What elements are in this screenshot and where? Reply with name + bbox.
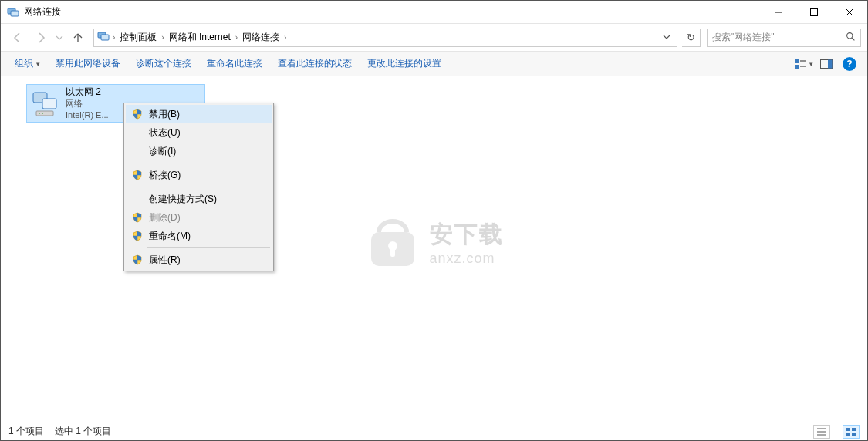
content-area[interactable]: 以太网 2 网络 Intel(R) E... 禁用(B)状态(U)诊断(I)桥接… [1, 76, 867, 423]
organize-label: 组织 [15, 57, 33, 70]
menu-icon-empty [130, 126, 144, 139]
shield-icon [130, 108, 144, 120]
svg-rect-17 [42, 99, 56, 109]
svg-rect-11 [795, 65, 799, 69]
help-button[interactable]: ? [839, 55, 860, 73]
forward-button[interactable] [30, 27, 52, 49]
help-icon: ? [843, 57, 856, 71]
menu-icon-empty [130, 193, 144, 205]
watermark-en: anxz.com [430, 251, 504, 267]
window-controls [761, 1, 867, 23]
title-bar: 网络连接 [1, 1, 867, 24]
view-status-button[interactable]: 查看此连接的状态 [272, 54, 358, 73]
breadcrumb-sep: › [284, 33, 286, 42]
watermark-cn: 安下载 [430, 219, 504, 251]
context-menu-item[interactable]: 重命名(M) [126, 227, 272, 245]
up-button[interactable] [67, 27, 89, 49]
svg-rect-21 [371, 232, 414, 266]
menu-icon-empty [130, 145, 144, 157]
location-icon [97, 30, 110, 45]
context-menu-label: 状态(U) [149, 126, 181, 140]
breadcrumb-sep: › [161, 33, 164, 42]
context-menu-label: 诊断(I) [149, 145, 176, 158]
maximize-button[interactable] [796, 1, 832, 23]
shield-icon [130, 169, 144, 181]
svg-rect-15 [828, 59, 833, 68]
breadcrumb-sep: › [113, 33, 115, 42]
diagnose-button[interactable]: 诊断这个连接 [130, 54, 198, 73]
address-bar[interactable]: › 控制面板 › 网络和 Internet › 网络连接 › [93, 29, 677, 47]
search-icon [846, 32, 856, 44]
tiles-view-button[interactable] [843, 425, 860, 439]
svg-point-8 [847, 32, 853, 38]
context-menu-separator [147, 163, 270, 163]
change-settings-button[interactable]: 更改此连接的设置 [361, 54, 448, 73]
preview-pane-button[interactable] [816, 55, 836, 73]
svg-line-9 [852, 38, 854, 40]
address-dropdown[interactable] [660, 32, 674, 43]
svg-rect-30 [852, 433, 856, 436]
svg-point-22 [388, 241, 397, 251]
refresh-button[interactable]: ↻ [682, 29, 701, 47]
toolbar: 组织 ▾ 禁用此网络设备 诊断这个连接 重命名此连接 查看此连接的状态 更改此连… [1, 52, 867, 76]
context-menu-label: 属性(R) [149, 254, 181, 267]
context-menu-item[interactable]: 桥接(G) [126, 166, 272, 184]
context-menu-item: 删除(D) [126, 208, 272, 227]
context-menu-item[interactable]: 诊断(I) [126, 142, 272, 160]
window-app-icon [7, 6, 19, 19]
context-menu-label: 桥接(G) [149, 169, 181, 182]
context-menu-item[interactable]: 禁用(B) [126, 105, 272, 123]
breadcrumb-sep: › [235, 33, 238, 42]
disable-device-button[interactable]: 禁用此网络设备 [49, 54, 127, 73]
watermark: 安下载 anxz.com [365, 215, 504, 271]
minimize-button[interactable] [761, 1, 796, 23]
svg-point-19 [39, 113, 40, 114]
item-count: 1 个项目 [8, 425, 44, 438]
context-menu: 禁用(B)状态(U)诊断(I)桥接(G)创建快捷方式(S)删除(D)重命名(M)… [123, 103, 274, 271]
context-menu-label: 禁用(B) [149, 108, 180, 121]
details-view-button[interactable] [813, 425, 830, 439]
organize-menu[interactable]: 组织 ▾ [8, 54, 46, 73]
svg-point-20 [42, 113, 43, 114]
chevron-down-icon: ▾ [36, 60, 40, 68]
shield-icon [130, 230, 144, 242]
context-menu-item[interactable]: 状态(U) [126, 123, 272, 142]
view-options-button[interactable]: ▾ [793, 55, 813, 73]
svg-rect-28 [852, 428, 856, 431]
search-placeholder: 搜索"网络连接" [712, 31, 775, 44]
svg-rect-7 [101, 35, 109, 40]
svg-rect-1 [11, 11, 19, 16]
svg-rect-10 [795, 59, 799, 63]
shield-icon [130, 211, 144, 224]
context-menu-label: 重命名(M) [149, 230, 191, 243]
svg-rect-27 [846, 428, 850, 431]
lock-bag-icon [365, 215, 420, 271]
svg-rect-23 [390, 247, 395, 257]
window-title: 网络连接 [24, 5, 761, 19]
breadcrumb-network-connections[interactable]: 网络连接 [241, 29, 281, 45]
close-button[interactable] [832, 1, 867, 23]
connection-name: 以太网 2 [66, 86, 109, 98]
status-bar: 1 个项目 选中 1 个项目 [1, 422, 867, 440]
rename-button[interactable]: 重命名此连接 [201, 54, 269, 73]
svg-rect-3 [811, 8, 818, 15]
search-box[interactable]: 搜索"网络连接" [707, 29, 861, 47]
back-button[interactable] [7, 27, 29, 49]
svg-rect-29 [846, 433, 850, 436]
connection-network: 网络 [66, 98, 109, 109]
breadcrumb-network-internet[interactable]: 网络和 Internet [167, 29, 232, 45]
context-menu-label: 删除(D) [149, 211, 181, 224]
context-menu-item[interactable]: 属性(R) [126, 251, 272, 269]
connection-text: 以太网 2 网络 Intel(R) E... [66, 86, 109, 121]
context-menu-separator [147, 247, 270, 248]
shield-icon [130, 254, 144, 266]
connection-adapter: Intel(R) E... [66, 109, 109, 121]
breadcrumb-control-panel[interactable]: 控制面板 [118, 29, 158, 45]
context-menu-label: 创建快捷方式(S) [149, 193, 217, 206]
address-row: › 控制面板 › 网络和 Internet › 网络连接 › ↻ 搜索"网络连接… [1, 24, 867, 52]
recent-dropdown[interactable] [53, 27, 66, 49]
context-menu-separator [147, 187, 270, 187]
context-menu-item[interactable]: 创建快捷方式(S) [126, 190, 272, 208]
network-adapter-icon [30, 88, 61, 119]
selected-count: 选中 1 个项目 [55, 425, 111, 438]
